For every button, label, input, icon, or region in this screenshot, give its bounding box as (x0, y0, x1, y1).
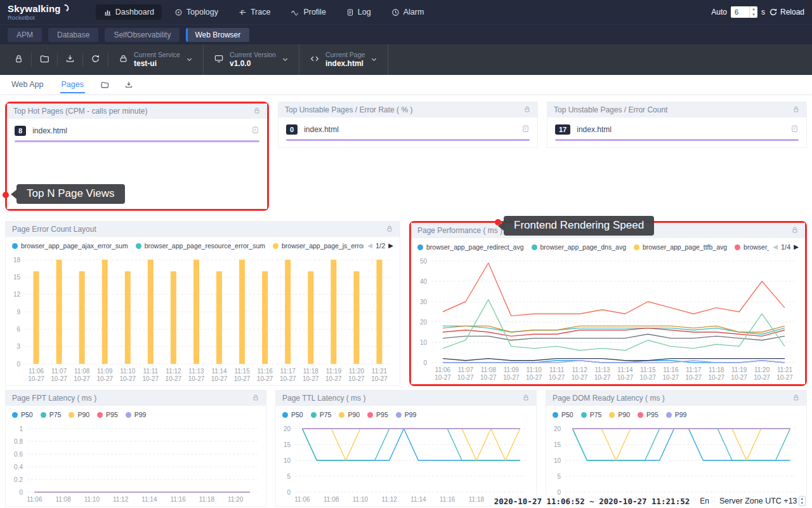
server-zone-label: Server Zone UTC +13 (719, 497, 797, 505)
card-title: Page DOM Ready Latency ( ms ) (553, 394, 792, 403)
nav-item-log[interactable]: Log (339, 4, 379, 20)
chart-canvas[interactable]: 0102030405011:0610-2711:0710-2711:0810-2… (411, 255, 805, 384)
selector-current-page[interactable]: Current Pageindex.html (299, 44, 388, 75)
legend-label: browser_app_page_dns_avg (540, 243, 626, 251)
legend-item[interactable]: browser_app_page_ttfb_avg (634, 243, 727, 251)
legend-item[interactable]: browser_app_page_tcp_avg (735, 243, 769, 251)
legend-item[interactable]: P95 (367, 411, 388, 418)
legend-item[interactable]: P90 (609, 411, 630, 418)
legend-item[interactable]: P50 (12, 411, 33, 418)
legend-prev-icon[interactable]: ◀ (367, 243, 372, 249)
zone-down-icon[interactable]: ▼ (799, 501, 805, 505)
legend-item[interactable]: browser_app_page_js_error_sum (273, 242, 363, 250)
zone-spinner: ▲▼ (799, 496, 806, 506)
legend-items: P50P75P90P95P99 (553, 411, 800, 418)
legend-item[interactable]: browser_app_page_resource_error_sum (136, 242, 265, 250)
legend-label: P95 (646, 411, 658, 418)
nav-item-topology[interactable]: Topology (167, 4, 226, 20)
group-tab-database[interactable]: Database (48, 28, 98, 42)
folder-button[interactable] (32, 54, 57, 66)
service-icon (119, 54, 128, 66)
legend-item[interactable]: P99 (126, 411, 147, 418)
group-tab-apm[interactable]: APM (8, 28, 42, 42)
auto-reload-controls: Auto 6 ▲▼ s Reload (711, 6, 804, 18)
auto-label: Auto (711, 8, 727, 17)
card-header: Top Unstable Pages / Error Count (547, 102, 806, 117)
legend-item[interactable]: P90 (69, 411, 89, 418)
auto-interval-input[interactable]: 6 ▲▼ (731, 6, 757, 18)
annotation-top-n: Top Hot Pages (CPM - calls per minute)8i… (5, 102, 269, 211)
svg-text:0: 0 (287, 489, 291, 496)
refresh-button[interactable] (83, 54, 108, 66)
legend-dot-icon (532, 244, 537, 250)
time-range-picker[interactable]: 2020-10-27 11:06:52 ~ 2020-10-27 11:21:5… (494, 497, 690, 506)
legend-item[interactable]: P95 (638, 411, 658, 418)
legend-dot-icon (417, 244, 423, 250)
svg-text:11:2010-27: 11:2010-27 (754, 366, 770, 381)
svg-text:11:0810-27: 11:0810-27 (74, 368, 90, 382)
svg-text:11:1010-27: 11:1010-27 (119, 368, 136, 382)
page-row: 0index.html (278, 117, 537, 139)
legend-label: P50 (291, 411, 303, 418)
svg-text:11:1910-27: 11:1910-27 (325, 368, 342, 382)
chevron-down-icon (370, 54, 377, 65)
copy-button[interactable] (251, 125, 259, 137)
legend-prev-icon[interactable]: ◀ (773, 244, 778, 250)
copy-button[interactable] (790, 124, 799, 135)
selector-current-version[interactable]: Current Versionv1.0.0 (204, 44, 299, 75)
legend-item[interactable]: P50 (282, 411, 303, 418)
export-button[interactable] (124, 81, 133, 89)
language-toggle[interactable]: En (700, 497, 709, 505)
selector-value: index.html (325, 59, 365, 69)
spinner-up-icon[interactable]: ▲ (750, 6, 757, 12)
zone-up-icon[interactable]: ▲ (799, 497, 805, 501)
svg-text:11:0610-27: 11:0610-27 (28, 368, 44, 382)
legend-item[interactable]: P99 (396, 411, 417, 418)
group-tab-web-browser[interactable]: Web Browser (186, 28, 249, 42)
chart-canvas[interactable]: 0510152011:0611:0811:1011:1211:1411:1611… (276, 422, 536, 506)
legend-item[interactable]: P90 (339, 411, 360, 418)
download-button[interactable] (58, 54, 82, 66)
card-page-fpt-latency: Page FPT Latency ( ms )P50P75P90P95P9900… (5, 390, 266, 507)
nav-item-dashboard[interactable]: Dashboard (96, 4, 162, 20)
legend-item[interactable]: P99 (666, 411, 687, 418)
nav-item-alarm[interactable]: Alarm (384, 4, 432, 20)
nav-item-trace[interactable]: Trace (231, 4, 278, 20)
chart-canvas[interactable]: 036912151811:0610-2711:0710-2711:0810-27… (6, 253, 400, 385)
legend-item[interactable]: P95 (97, 411, 118, 418)
reload-button[interactable]: Reload (769, 8, 804, 17)
selector-current-service[interactable]: Current Servicetest-ui (108, 44, 203, 75)
legend-item[interactable]: P75 (41, 411, 62, 418)
server-zone-control[interactable]: Server Zone UTC +13 ▲▼ (719, 496, 806, 506)
top-navbar: Skywalking Rocketbot DashboardTopologyTr… (0, 0, 812, 24)
group-tab-selfobservability[interactable]: SelfObservability (105, 28, 180, 42)
svg-text:11:0810-27: 11:0810-27 (480, 366, 497, 381)
legend-next-icon[interactable]: ▶ (388, 243, 393, 249)
legend-item[interactable]: P75 (581, 411, 602, 418)
lock-button[interactable] (6, 54, 31, 66)
svg-text:20: 20 (420, 319, 428, 326)
legend-item[interactable]: P75 (311, 411, 332, 418)
chart-canvas[interactable]: 0510152011:0611:0811:1011:1211:1411:1611… (546, 422, 806, 506)
legend-item[interactable]: browser_app_page_dns_avg (532, 243, 626, 251)
legend-item[interactable]: browser_app_page_ajax_error_sum (12, 242, 128, 250)
tab-pages[interactable]: Pages (60, 76, 85, 93)
nav-item-profile[interactable]: Profile (283, 4, 333, 20)
legend-dot-icon (581, 412, 587, 418)
logo[interactable]: Skywalking Rocketbot (8, 4, 70, 21)
chart-canvas[interactable]: 00.20.40.60.8111:0611:0811:1011:1211:141… (6, 422, 266, 506)
folder-button[interactable] (100, 81, 109, 89)
legend-item[interactable]: browser_app_page_redirect_avg (417, 243, 524, 251)
legend-item[interactable]: P50 (553, 411, 573, 418)
svg-text:11:08: 11:08 (55, 496, 71, 503)
svg-text:11:1310-27: 11:1310-27 (188, 368, 205, 382)
legend-next-icon[interactable]: ▶ (794, 244, 799, 250)
legend-dot-icon (553, 412, 558, 418)
tab-web-app[interactable]: Web App (10, 76, 45, 93)
copy-button[interactable] (521, 124, 530, 135)
legend-label: P75 (320, 411, 332, 418)
middle-charts-row: Page Error Count Layoutbrowser_app_page_… (5, 221, 807, 386)
topology-icon (174, 8, 183, 17)
spinner-down-icon[interactable]: ▼ (750, 12, 757, 18)
page-tabs-bar: Web AppPages (0, 75, 812, 94)
